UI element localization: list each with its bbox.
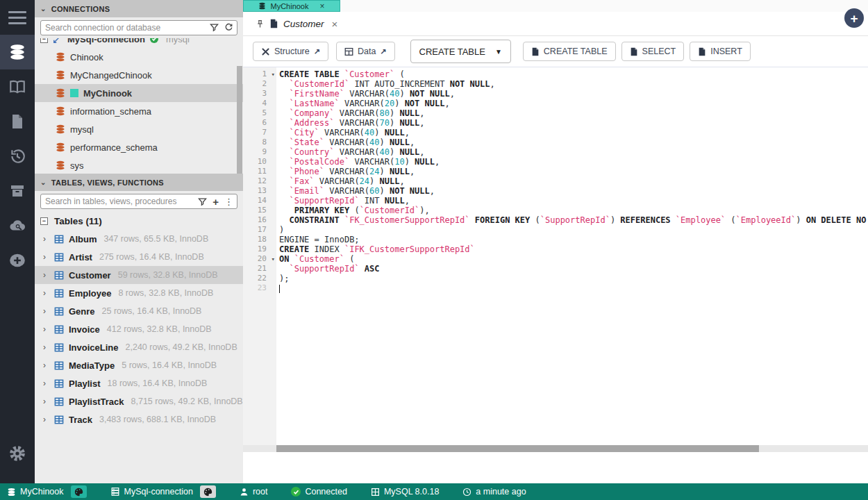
collapse-box-icon[interactable]: − bbox=[40, 38, 48, 43]
database-item-information_schema[interactable]: information_schema bbox=[35, 102, 243, 120]
table-icon bbox=[54, 307, 64, 316]
code-line: `Company` VARCHAR(80) NULL, bbox=[279, 108, 868, 118]
tables-group-row[interactable]: − Tables (11) bbox=[35, 212, 243, 230]
connection-item[interactable]: − MySql-connection mysql bbox=[35, 38, 243, 48]
icon-rail bbox=[0, 0, 35, 483]
connections-panel-header[interactable]: ⌄ CONNECTIONS bbox=[35, 0, 243, 17]
filter-icon[interactable] bbox=[198, 197, 207, 206]
database-item-performance_schema[interactable]: performance_schema bbox=[35, 138, 243, 156]
expand-chevron-icon[interactable]: › bbox=[43, 324, 49, 334]
expand-chevron-icon[interactable]: › bbox=[43, 252, 49, 262]
database-nav-icon[interactable] bbox=[0, 35, 35, 69]
expand-chevron-icon[interactable]: › bbox=[43, 415, 49, 424]
scrollbar-thumb[interactable] bbox=[276, 445, 759, 452]
line-number: 11 bbox=[243, 167, 276, 176]
connections-search-input[interactable] bbox=[40, 20, 237, 35]
code-line: `SupportRepId` ASC bbox=[279, 264, 868, 274]
menu-icon[interactable] bbox=[0, 0, 35, 35]
code-line: `FirstName` VARCHAR(40) NOT NULL, bbox=[279, 89, 868, 99]
more-menu-icon[interactable]: ⋮ bbox=[224, 197, 233, 206]
insert-button[interactable]: INSERT bbox=[690, 42, 751, 61]
connection-color-button[interactable] bbox=[200, 485, 216, 498]
code-line: `Phone` VARCHAR(24) NULL, bbox=[279, 167, 868, 176]
select-button[interactable]: SELECT bbox=[621, 42, 685, 61]
sql-editor[interactable]: 1▾234567891011121314151617181920▾212223 … bbox=[243, 67, 868, 445]
table-item-Album[interactable]: ›Album347 rows, 65.5 KB, InnoDB bbox=[35, 230, 243, 248]
table-item-Genre[interactable]: ›Genre25 rows, 16.4 KB, InnoDB bbox=[35, 302, 243, 320]
data-button[interactable]: Data ↗ bbox=[336, 42, 395, 61]
collapse-box-icon[interactable]: − bbox=[40, 217, 48, 225]
code-line: CREATE TABLE `Customer` ( bbox=[279, 69, 868, 79]
code-line: `CustomerId` INT AUTO_INCREMENT NOT NULL… bbox=[279, 79, 868, 89]
database-icon bbox=[56, 124, 65, 134]
line-number: 1▾ bbox=[243, 69, 276, 79]
table-item-Track[interactable]: ›Track3,483 rows, 688.1 KB, InnoDB bbox=[35, 410, 243, 428]
database-item-Chinook[interactable]: Chinook bbox=[35, 48, 243, 66]
file-nav-icon[interactable] bbox=[0, 104, 35, 139]
database-item-mysql[interactable]: mysql bbox=[35, 120, 243, 138]
expand-chevron-icon[interactable]: › bbox=[43, 360, 49, 370]
connection-arrows-icon bbox=[53, 38, 62, 44]
tables-panel-header[interactable]: ⌄ TABLES, VIEWS, FUNCTIONS bbox=[35, 174, 243, 191]
refresh-icon[interactable] bbox=[224, 23, 233, 32]
table-item-Customer[interactable]: ›Customer59 rows, 32.8 KB, InnoDB bbox=[35, 266, 243, 284]
table-item-InvoiceLine[interactable]: ›InvoiceLine2,240 rows, 49.2 KB, InnoDB bbox=[35, 338, 243, 356]
expand-chevron-icon[interactable]: › bbox=[43, 234, 49, 244]
database-item-sys[interactable]: sys bbox=[35, 156, 243, 174]
documentation-icon[interactable] bbox=[0, 69, 35, 104]
settings-icon[interactable] bbox=[0, 436, 35, 471]
expand-chevron-icon[interactable]: › bbox=[43, 342, 49, 352]
add-tab-button[interactable]: + bbox=[844, 8, 864, 28]
database-item-MyChinook[interactable]: MyChinook bbox=[35, 84, 243, 102]
expand-chevron-icon[interactable]: › bbox=[43, 288, 49, 298]
database-color-button[interactable] bbox=[71, 485, 87, 498]
connected-check-icon bbox=[150, 38, 158, 43]
add-table-icon[interactable]: + bbox=[212, 197, 219, 207]
expand-chevron-icon[interactable]: › bbox=[43, 270, 49, 280]
status-version: MySQL 8.0.18 bbox=[371, 487, 439, 497]
close-icon[interactable]: × bbox=[332, 18, 338, 30]
expand-chevron-icon[interactable]: › bbox=[43, 397, 49, 406]
code-line: ) bbox=[279, 225, 868, 235]
table-item-Invoice[interactable]: ›Invoice412 rows, 32.8 KB, InnoDB bbox=[35, 320, 243, 338]
fold-arrow-icon[interactable]: ▾ bbox=[272, 69, 275, 79]
table-item-Artist[interactable]: ›Artist275 rows, 16.4 KB, InnoDB bbox=[35, 248, 243, 266]
add-nav-icon[interactable] bbox=[0, 243, 35, 278]
horizontal-scrollbar[interactable] bbox=[243, 445, 868, 452]
fold-arrow-icon[interactable]: ▾ bbox=[272, 254, 275, 264]
code-line: PRIMARY KEY (`CustomerId`), bbox=[279, 206, 868, 215]
file-tab-label[interactable]: Customer bbox=[283, 19, 324, 29]
table-item-PlaylistTrack[interactable]: ›PlaylistTrack8,715 rows, 49.2 KB, InnoD… bbox=[35, 392, 243, 410]
expand-chevron-icon[interactable]: › bbox=[43, 306, 49, 316]
sql-template-select[interactable]: CREATE TABLE ▼ bbox=[410, 40, 511, 63]
expand-chevron-icon[interactable]: › bbox=[43, 378, 49, 388]
connected-check-icon bbox=[291, 487, 301, 497]
pin-icon[interactable] bbox=[256, 19, 265, 28]
main-area: MyChinook × Customer × + Structure ↗ Dat… bbox=[243, 0, 868, 483]
tables-search-row: + ⋮ bbox=[35, 191, 243, 212]
cloud-search-icon[interactable] bbox=[0, 208, 35, 243]
structure-button[interactable]: Structure ↗ bbox=[253, 42, 328, 61]
status-modified-time: a minute ago bbox=[462, 487, 526, 497]
line-number: 12 bbox=[243, 176, 276, 186]
table-item-MediaType[interactable]: ›MediaType5 rows, 16.4 KB, InnoDB bbox=[35, 356, 243, 374]
chevron-down-icon: ▼ bbox=[495, 48, 502, 56]
line-number: 13 bbox=[243, 186, 276, 196]
status-bar: MyChinook MySql-connection root Connecte… bbox=[0, 483, 868, 500]
connections-scrollbar[interactable] bbox=[237, 66, 242, 174]
table-grid-icon bbox=[344, 47, 353, 56]
engine-label: mysql bbox=[166, 38, 190, 44]
sql-code[interactable]: CREATE TABLE `Customer` ( `CustomerId` I… bbox=[276, 67, 868, 445]
table-item-Playlist[interactable]: ›Playlist18 rows, 16.4 KB, InnoDB bbox=[35, 374, 243, 392]
database-item-MyChangedChinook[interactable]: MyChangedChinook bbox=[35, 66, 243, 84]
line-number: 6 bbox=[243, 118, 276, 128]
database-tab[interactable]: MyChinook × bbox=[243, 0, 340, 12]
table-icon bbox=[54, 415, 64, 424]
table-item-Employee[interactable]: ›Employee8 rows, 32.8 KB, InnoDB bbox=[35, 284, 243, 302]
history-icon[interactable] bbox=[0, 139, 35, 174]
close-icon[interactable]: × bbox=[320, 1, 325, 11]
create-table-button[interactable]: CREATE TABLE bbox=[523, 42, 616, 61]
archive-icon[interactable] bbox=[0, 174, 35, 208]
connections-search-row bbox=[35, 17, 243, 38]
filter-icon[interactable] bbox=[210, 23, 219, 32]
